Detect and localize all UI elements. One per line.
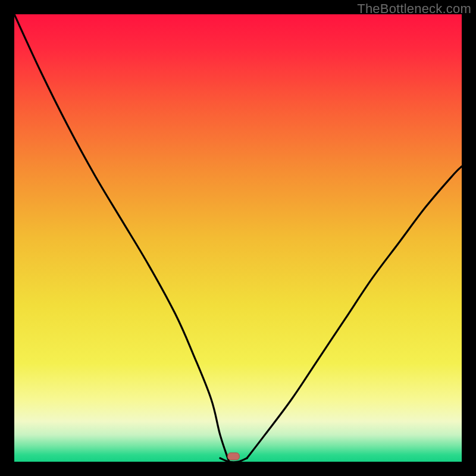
chart-frame: TheBottleneck.com [0, 0, 476, 476]
gradient-background [14, 14, 462, 462]
optimum-marker [228, 453, 240, 460]
chart-svg [14, 14, 462, 462]
plot-area [14, 14, 462, 462]
